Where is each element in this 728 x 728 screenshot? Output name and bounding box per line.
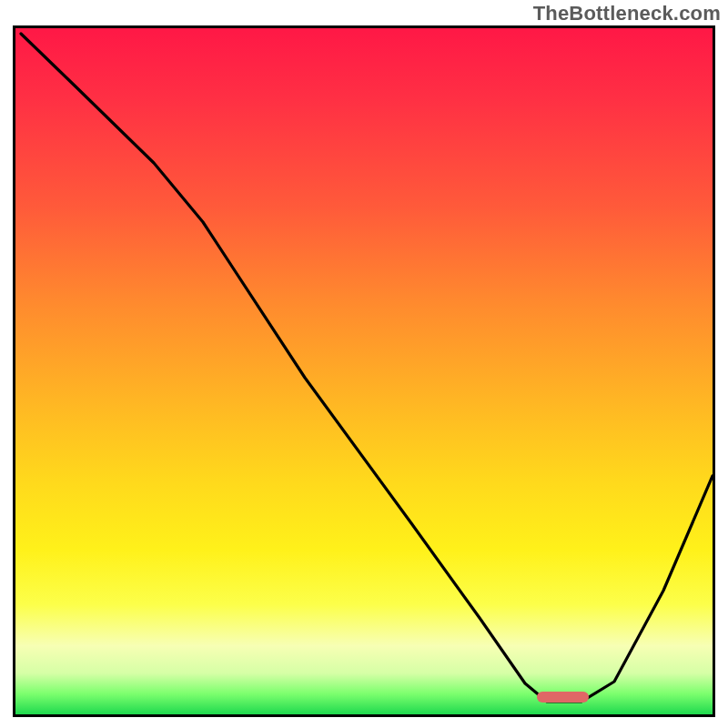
watermark-text: TheBottleneck.com [533, 2, 721, 25]
chart-container [13, 25, 715, 717]
chart-frame [13, 25, 715, 717]
optimal-range-marker [537, 692, 589, 703]
bottleneck-curve-line [15, 28, 713, 714]
